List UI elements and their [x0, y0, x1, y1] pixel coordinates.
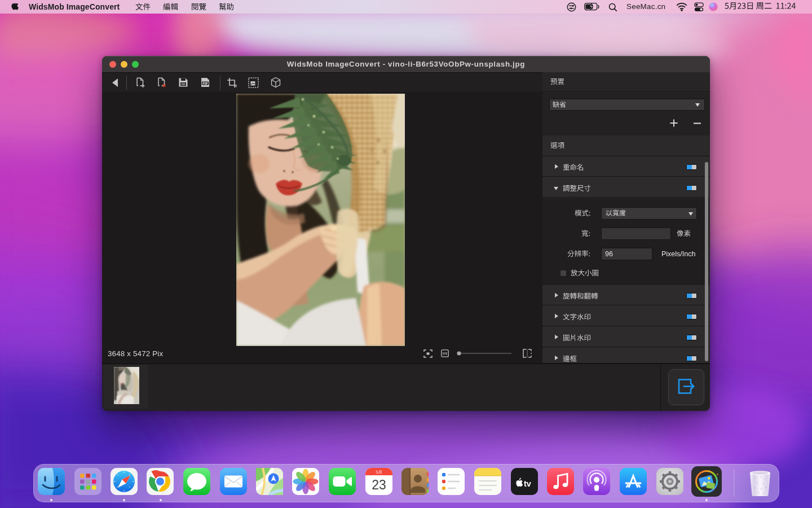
svg-text:23: 23 — [372, 478, 386, 492]
svg-text:tv: tv — [524, 479, 531, 488]
